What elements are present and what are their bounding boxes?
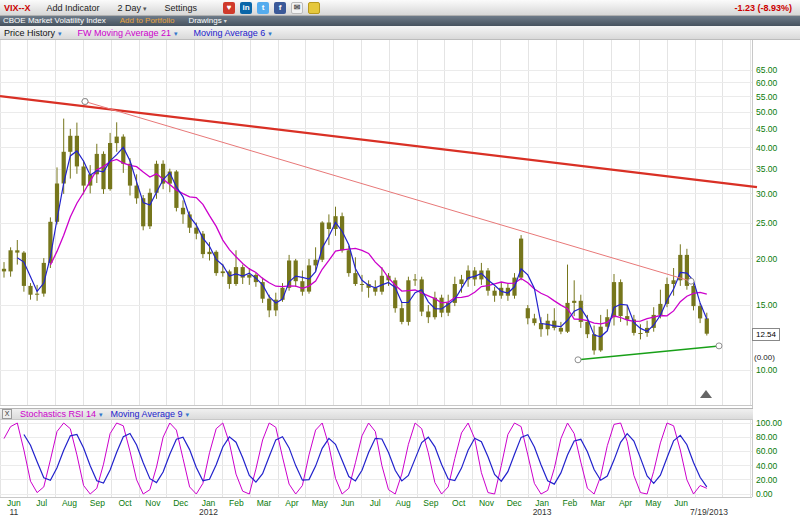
chevron-down-icon: ▾ (268, 30, 272, 37)
svg-text:Jul: Jul (370, 498, 381, 508)
ma21-label: FW Moving Average 21 (78, 28, 171, 38)
note-icon[interactable] (308, 2, 320, 14)
settings-button[interactable]: Settings (165, 3, 198, 13)
svg-text:40.00: 40.00 (756, 461, 778, 471)
symbol-label[interactable]: VIX--X (4, 3, 31, 13)
period-dropdown[interactable]: 2 Day▾ (118, 3, 147, 13)
svg-text:Oct: Oct (118, 498, 132, 508)
change-value-label: (0.00) (754, 353, 775, 362)
price-change-label: -1.23 (-8.93%) (734, 3, 792, 13)
symbol-description: CBOE Market Volatility Index (3, 17, 106, 25)
svg-text:May: May (312, 498, 329, 508)
svg-text:Mar: Mar (257, 498, 272, 508)
svg-text:45.00: 45.00 (756, 124, 778, 134)
chevron-down-icon: ▾ (99, 411, 103, 418)
ma21-dropdown[interactable]: FW Moving Average 21▾ (78, 28, 178, 38)
chevron-down-icon: ▾ (174, 30, 178, 37)
svg-text:Aug: Aug (396, 498, 411, 508)
last-price-tag: 12.54 (752, 328, 780, 341)
svg-text:80.00: 80.00 (756, 432, 778, 442)
svg-text:Mar: Mar (590, 498, 605, 508)
svg-text:0.00: 0.00 (756, 489, 773, 499)
svg-text:60.00: 60.00 (756, 78, 778, 88)
indicator-panel-header: X Stochastics RSI 14▾ Moving Average 9▾ (0, 408, 753, 420)
svg-text:Sep: Sep (90, 498, 105, 508)
svg-text:Aug: Aug (62, 498, 77, 508)
svg-text:7/19/2013: 7/19/2013 (690, 507, 728, 517)
svg-text:Feb: Feb (563, 498, 578, 508)
svg-text:Jun: Jun (674, 498, 688, 508)
chart-area: 10.0015.0020.0025.0030.0035.0040.0045.00… (0, 40, 800, 523)
price-history-dropdown[interactable]: Price History▾ (4, 28, 62, 38)
drawings-label: Drawings (188, 16, 221, 25)
svg-text:Dec: Dec (173, 498, 189, 508)
chevron-down-icon: ▾ (58, 30, 62, 37)
svg-text:Feb: Feb (229, 498, 244, 508)
svg-text:Apr: Apr (285, 498, 298, 508)
svg-text:Nov: Nov (479, 498, 495, 508)
svg-text:Sep: Sep (423, 498, 438, 508)
linkedin-icon[interactable]: in (240, 2, 252, 14)
chevron-down-icon: ▾ (143, 5, 147, 12)
svg-text:Dec: Dec (507, 498, 523, 508)
toolbar: VIX--X Add Indicator 2 Day▾ Settings ♥ i… (0, 0, 800, 16)
price-history-label: Price History (4, 28, 55, 38)
svg-text:Apr: Apr (619, 498, 632, 508)
ma6-dropdown[interactable]: Moving Average 6▾ (193, 28, 271, 38)
svg-text:2012: 2012 (199, 507, 218, 517)
stoch-ma-dropdown[interactable]: Moving Average 9▾ (111, 410, 189, 419)
svg-text:40.00: 40.00 (756, 143, 778, 153)
svg-text:Jul: Jul (36, 498, 47, 508)
svg-text:100.00: 100.00 (756, 418, 782, 428)
drawings-menu[interactable]: Drawings▾ (188, 17, 226, 25)
favorite-icon[interactable]: ♥ (223, 2, 235, 14)
svg-text:60.00: 60.00 (756, 446, 778, 456)
add-indicator-button[interactable]: Add Indicator (47, 3, 100, 13)
svg-text:Jun: Jun (341, 498, 355, 508)
svg-text:25.00: 25.00 (756, 218, 778, 228)
chevron-down-icon: ▾ (185, 411, 189, 418)
svg-text:65.00: 65.00 (756, 65, 778, 75)
symbol-info-bar: CBOE Market Volatility Index Add to Port… (0, 16, 800, 26)
legend-bar: Price History▾ FW Moving Average 21▾ Mov… (0, 26, 800, 40)
chevron-down-icon: ▾ (224, 18, 227, 24)
svg-text:Nov: Nov (145, 498, 161, 508)
svg-text:10.00: 10.00 (756, 365, 778, 375)
email-icon[interactable]: ✉ (291, 2, 303, 14)
add-to-portfolio-link[interactable]: Add to Portfolio (120, 17, 175, 25)
facebook-icon[interactable]: f (274, 2, 286, 14)
twitter-icon[interactable]: t (257, 2, 269, 14)
svg-text:2013: 2013 (533, 507, 552, 517)
svg-text:20.00: 20.00 (756, 475, 778, 485)
svg-text:30.00: 30.00 (756, 189, 778, 199)
chart-canvas[interactable]: 10.0015.0020.0025.0030.0035.0040.0045.00… (0, 40, 800, 523)
period-label: 2 Day (118, 3, 142, 13)
svg-text:50.00: 50.00 (756, 107, 778, 117)
stoch-rsi-label: Stochastics RSI 14 (20, 409, 96, 419)
svg-text:May: May (645, 498, 662, 508)
ma6-label: Moving Average 6 (193, 28, 265, 38)
svg-text:15.00: 15.00 (756, 300, 778, 310)
svg-text:35.00: 35.00 (756, 164, 778, 174)
stoch-rsi-dropdown[interactable]: Stochastics RSI 14▾ (20, 410, 103, 419)
social-icon-row: ♥ in t f ✉ (223, 2, 320, 14)
close-indicator-button[interactable]: X (2, 409, 12, 419)
svg-text:Oct: Oct (452, 498, 466, 508)
stoch-ma-label: Moving Average 9 (111, 409, 183, 419)
svg-text:55.00: 55.00 (756, 92, 778, 102)
svg-text:11: 11 (9, 507, 18, 517)
svg-text:20.00: 20.00 (756, 254, 778, 264)
